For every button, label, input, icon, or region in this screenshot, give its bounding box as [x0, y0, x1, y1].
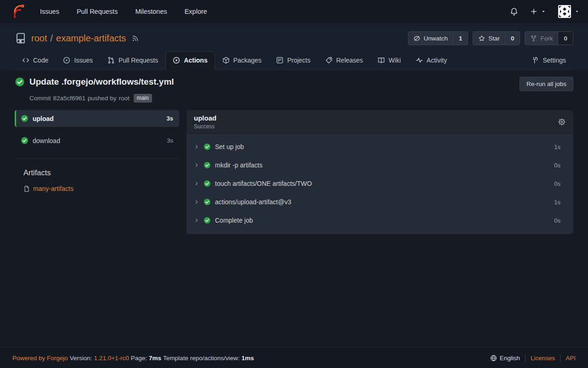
licenses-link[interactable]: Licenses [531, 355, 555, 362]
repo-icon [15, 32, 27, 44]
nav-milestones[interactable]: Milestones [126, 1, 175, 22]
version-label: Version: [70, 355, 92, 362]
step-row-complete-job[interactable]: Complete job 0s [187, 211, 573, 230]
tab-releases-label: Releases [336, 57, 363, 64]
jobs-sidebar: upload 3s download 3s Artifacts many-art… [15, 110, 179, 192]
tab-releases[interactable]: Releases [318, 52, 370, 69]
tab-activity-label: Activity [427, 57, 447, 64]
powered-by-link[interactable]: Powered by Forgejo [12, 355, 68, 362]
repo-name-link[interactable]: example-artifacts [56, 33, 126, 44]
branch-badge[interactable]: main [134, 94, 152, 103]
check-circle-icon [204, 161, 211, 169]
chevron-right-icon [194, 162, 199, 168]
job-item-upload[interactable]: upload 3s [15, 110, 179, 127]
tab-code[interactable]: Code [15, 52, 56, 69]
tab-actions[interactable]: Actions [165, 52, 215, 70]
top-navbar: Issues Pull Requests Milestones Explore [0, 0, 588, 23]
avatar [558, 5, 571, 18]
nav-pull-requests[interactable]: Pull Requests [68, 1, 126, 22]
page-footer: Powered by Forgejo Version: 1.21.0+1-rc0… [0, 347, 588, 368]
tab-settings-label: Settings [543, 57, 566, 64]
language-label: English [500, 355, 520, 362]
repo-owner-link[interactable]: root [31, 33, 47, 44]
check-circle-icon [21, 137, 28, 144]
tab-projects[interactable]: Projects [269, 52, 318, 69]
issue-icon [63, 57, 70, 64]
template-time-label: Template repo/actions/view: [163, 355, 240, 362]
run-commit-info: Commit 82a5cf6961 pushed by root main [29, 94, 573, 103]
step-duration: 1s [554, 144, 560, 150]
step-row-mkdir[interactable]: mkdir -p artifacts 0s [187, 156, 573, 174]
step-label: touch artifacts/ONE artifacts/TWO [215, 180, 312, 187]
job-item-download[interactable]: download 3s [15, 132, 179, 149]
wrench-icon [531, 57, 539, 64]
star-button-group: Star 0 [473, 31, 520, 45]
fork-button-group: Fork 0 [525, 31, 573, 45]
run-title: Update .forgejo/workflows/test.yml [29, 77, 174, 87]
divider [15, 158, 179, 159]
job-options-button[interactable] [558, 118, 566, 126]
footer-links: English Licenses API [490, 355, 576, 362]
tab-activity[interactable]: Activity [408, 52, 454, 69]
api-link[interactable]: API [565, 355, 576, 362]
tab-projects-label: Projects [287, 57, 311, 64]
tab-packages[interactable]: Packages [215, 52, 269, 69]
plus-icon [530, 8, 537, 15]
tab-code-label: Code [33, 57, 48, 64]
commit-author: root [119, 95, 129, 102]
job-duration: 3s [167, 115, 173, 122]
fork-button[interactable]: Fork [525, 32, 558, 45]
chevron-right-icon [194, 199, 199, 205]
divider [525, 355, 526, 362]
repo-tabs: Code Issues Pull Requests Actions Packag… [15, 52, 573, 70]
profile-menu-button[interactable] [558, 5, 580, 18]
tab-settings[interactable]: Settings [524, 52, 573, 69]
nav-explore[interactable]: Explore [176, 1, 216, 22]
forgejo-logo[interactable] [8, 5, 31, 18]
version-link[interactable]: 1.21.0+1-rc0 [94, 355, 129, 362]
unwatch-button[interactable]: Unwatch [408, 32, 453, 45]
stars-count[interactable]: 0 [505, 32, 520, 45]
commit-sha-link[interactable]: 82a5cf6961 [53, 95, 86, 102]
code-icon [22, 57, 29, 64]
tab-wiki[interactable]: Wiki [370, 52, 408, 69]
artifact-name: many-artifacts [33, 185, 74, 192]
rss-icon [131, 34, 139, 42]
rerun-all-jobs-button[interactable]: Re-run all jobs [520, 77, 573, 91]
template-time-value: 1ms [242, 355, 254, 362]
step-row-set-up-job[interactable]: Set up job 1s [187, 138, 573, 156]
watchers-count[interactable]: 1 [453, 32, 468, 45]
step-duration: 0s [554, 162, 560, 169]
gear-icon [558, 118, 566, 126]
step-duration: 0s [554, 180, 560, 187]
step-duration: 0s [554, 217, 560, 224]
tab-pull-requests[interactable]: Pull Requests [100, 52, 165, 69]
notifications-button[interactable] [510, 7, 518, 16]
eye-slash-icon [413, 35, 420, 42]
job-name: download [33, 137, 60, 144]
language-menu-button[interactable]: English [490, 355, 520, 362]
package-icon [222, 57, 230, 64]
star-button[interactable]: Star [473, 32, 505, 45]
step-row-upload-artifact[interactable]: actions/upload-artifact@v3 1s [187, 193, 573, 211]
forks-count[interactable]: 0 [558, 32, 573, 45]
file-icon [23, 185, 30, 192]
tab-issues[interactable]: Issues [56, 52, 100, 69]
project-board-icon [276, 57, 283, 64]
job-name: upload [33, 115, 54, 122]
rss-feed-button[interactable] [131, 34, 139, 42]
star-icon [478, 35, 485, 42]
page-time-label: Page: [131, 355, 147, 362]
navbar-right [510, 5, 580, 18]
pull-request-icon [107, 57, 115, 64]
artifact-link-many-artifacts[interactable]: many-artifacts [23, 185, 179, 192]
chevron-right-icon [194, 144, 199, 150]
divider [560, 355, 560, 362]
bell-icon [510, 7, 518, 16]
create-new-button[interactable] [530, 8, 546, 15]
nav-issues[interactable]: Issues [31, 1, 68, 22]
step-duration: 1s [554, 199, 560, 206]
job-status-text: Success [194, 123, 216, 130]
check-circle-icon [204, 180, 211, 187]
step-row-touch[interactable]: touch artifacts/ONE artifacts/TWO 0s [187, 174, 573, 193]
